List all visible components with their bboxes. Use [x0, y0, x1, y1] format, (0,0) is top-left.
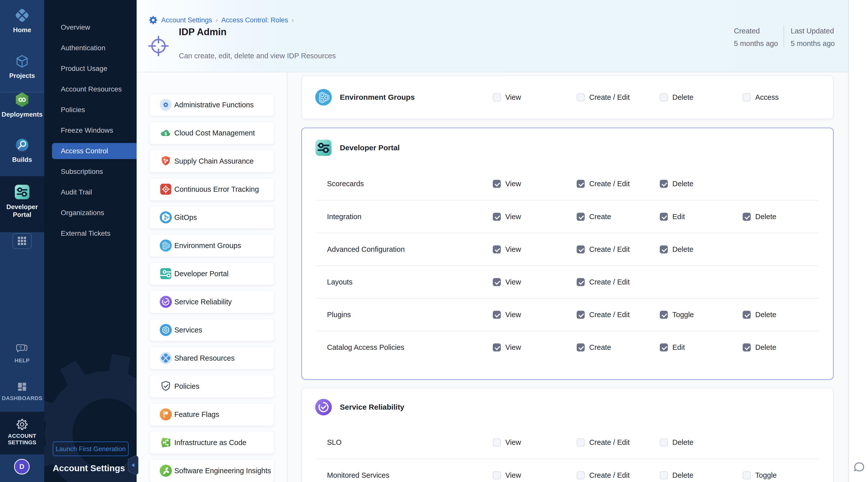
environment-groups-section-icon	[315, 89, 332, 106]
checkbox-label: Delete	[672, 438, 693, 447]
supply-chain-assurance-icon	[160, 155, 172, 167]
checkbox[interactable]	[493, 471, 501, 479]
resource-card-services[interactable]: Services	[149, 319, 274, 341]
resource-card-label: Policies	[174, 382, 199, 391]
sidebar-item-access-control[interactable]: Access Control	[52, 143, 136, 159]
checkbox[interactable]	[493, 311, 501, 319]
resource-card-developer-portal[interactable]: Developer Portal	[149, 262, 274, 285]
checkbox[interactable]	[577, 245, 585, 253]
resource-card-gitops[interactable]: GitOps	[149, 206, 274, 229]
checkbox-label: View	[505, 245, 521, 253]
checkbox[interactable]	[493, 93, 501, 101]
resource-card-cloud-cost-management[interactable]: $Cloud Cost Management	[149, 122, 274, 144]
checkbox[interactable]	[577, 343, 585, 351]
sidebar-item-policies[interactable]: Policies	[52, 102, 136, 118]
checkbox-label: Create / Edit	[589, 471, 630, 480]
home-icon	[15, 8, 29, 23]
infrastructure-as-code-icon	[160, 436, 172, 449]
rail-dashboards[interactable]: DASHBOARDS	[0, 381, 44, 401]
breadcrumb-account-settings[interactable]: Account Settings	[161, 16, 212, 24]
sidebar-item-product-usage[interactable]: Product Usage	[52, 61, 136, 77]
checkbox[interactable]	[493, 245, 501, 253]
sidebar-collapse-icon[interactable]	[128, 455, 138, 475]
checkbox[interactable]	[660, 180, 668, 188]
checkbox[interactable]	[493, 180, 501, 188]
permission-section-header: Environment GroupsViewCreate / EditDelet…	[302, 76, 833, 119]
rail-module-builds[interactable]: Builds	[0, 138, 44, 163]
rail-module-developer-portal[interactable]: Developer Portal	[0, 184, 44, 219]
sidebar-item-account-resources[interactable]: Account Resources	[52, 81, 136, 97]
sidebar-item-subscriptions[interactable]: Subscriptions	[52, 163, 136, 180]
rail-module-deployments[interactable]: Deployments	[0, 92, 44, 118]
builds-icon	[15, 138, 29, 152]
sidebar-collapse-handle[interactable]	[128, 455, 138, 476]
permission-row-monitored-services: Monitored ServicesViewCreate / EditDelet…	[316, 459, 818, 482]
checkbox[interactable]	[660, 245, 668, 253]
resource-card-infrastructure-as-code[interactable]: Infrastructure as Code	[149, 431, 274, 454]
rail-module-projects[interactable]: Projects	[0, 54, 44, 80]
checkbox[interactable]	[660, 471, 668, 479]
permission-cell: View	[493, 471, 521, 480]
checkbox[interactable]	[743, 343, 751, 351]
page-title: IDP Admin	[179, 27, 226, 37]
checkbox[interactable]	[660, 438, 668, 446]
checkbox[interactable]	[577, 278, 585, 286]
checkbox[interactable]	[493, 438, 501, 446]
module-browser-button[interactable]	[12, 233, 32, 249]
checkbox[interactable]	[493, 343, 501, 351]
checkbox-label: Create / Edit	[589, 438, 630, 447]
breadcrumb-access-control-roles[interactable]: Access Control: Roles	[221, 16, 288, 24]
chat-launcher[interactable]	[853, 461, 866, 475]
checkbox-label: View	[505, 278, 521, 286]
column-divider	[287, 73, 287, 482]
sidebar-item-audit-trail[interactable]: Audit Trail	[52, 184, 136, 200]
permission-cell: Delete	[743, 311, 776, 319]
resource-card-continuous-error-tracking[interactable]: Continuous Error Tracking	[149, 178, 274, 201]
checkbox[interactable]	[577, 471, 585, 479]
checkbox[interactable]	[577, 93, 585, 101]
permission-section-header: Service Reliability	[302, 388, 833, 426]
checkbox[interactable]	[493, 213, 501, 221]
checkbox[interactable]	[577, 213, 585, 221]
rail-account-settings[interactable]: ACCOUNT SETTINGS	[0, 419, 44, 446]
checkbox[interactable]	[660, 311, 668, 319]
sidebar-item-freeze-windows[interactable]: Freeze Windows	[52, 122, 136, 139]
checkbox[interactable]	[660, 213, 668, 221]
sidebar-item-overview[interactable]: Overview	[52, 19, 136, 35]
checkbox[interactable]	[743, 213, 751, 221]
checkbox-label: View	[505, 438, 521, 447]
launch-first-generation-button[interactable]: Launch First Generation	[53, 442, 129, 456]
checkbox[interactable]	[743, 471, 751, 479]
checkbox[interactable]	[743, 93, 751, 101]
resource-card-environment-groups[interactable]: Environment Groups	[149, 234, 274, 257]
resource-card-administrative-functions[interactable]: Administrative Functions	[149, 93, 274, 116]
user-avatar[interactable]: D	[14, 459, 30, 475]
permission-cell: Create / Edit	[577, 311, 630, 319]
permission-row-label: SLO	[327, 438, 342, 447]
permission-cell: Delete	[743, 213, 776, 221]
last-updated-meta: Last Updated 5 months ago	[790, 25, 835, 50]
sidebar-item-external-tickets[interactable]: External Tickets	[52, 225, 136, 241]
rail-help[interactable]: ?HELP	[0, 343, 44, 364]
resource-card-policies[interactable]: Policies	[149, 375, 274, 397]
rail-module-home[interactable]: Home	[0, 8, 44, 34]
checkbox[interactable]	[743, 311, 751, 319]
permission-cell: View	[493, 245, 521, 253]
sidebar-item-authentication[interactable]: Authentication	[52, 40, 136, 56]
resource-card-service-reliability[interactable]: Service Reliability	[149, 291, 274, 313]
resource-card-software-engineering-insights[interactable]: Software Engineering Insights	[149, 459, 274, 482]
checkbox[interactable]	[660, 93, 668, 101]
resource-card-feature-flags[interactable]: Feature Flags	[149, 403, 274, 426]
checkbox[interactable]	[577, 438, 585, 446]
sidebar-item-organizations[interactable]: Organizations	[52, 205, 136, 221]
checkbox[interactable]	[577, 311, 585, 319]
sidebar-item-label: Account Resources	[61, 85, 122, 93]
resource-card-shared-resources[interactable]: Shared Resources	[149, 347, 274, 369]
resource-card-label: Supply Chain Assurance	[174, 157, 254, 165]
checkbox[interactable]	[577, 180, 585, 188]
checkbox[interactable]	[660, 343, 668, 351]
checkbox-label: Create / Edit	[589, 278, 630, 286]
resource-card-supply-chain-assurance[interactable]: Supply Chain Assurance	[149, 150, 274, 172]
checkbox[interactable]	[493, 278, 501, 286]
rail-module-label: Projects	[0, 72, 44, 80]
